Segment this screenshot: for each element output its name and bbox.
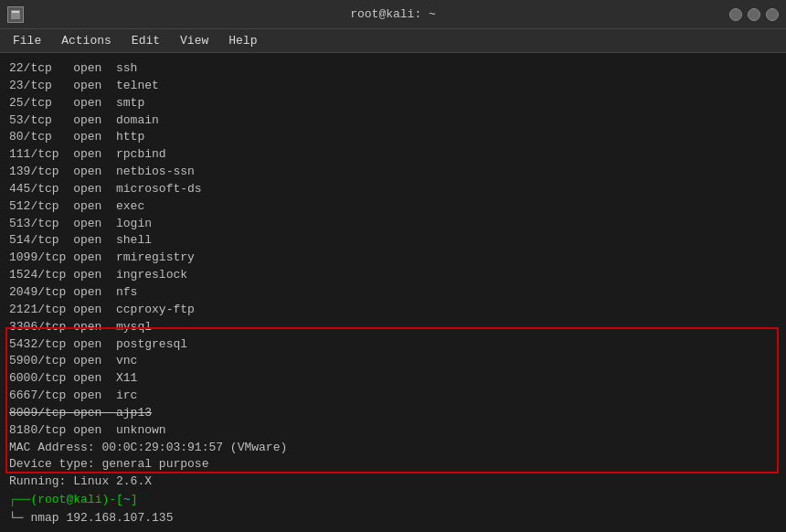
window-controls (729, 8, 779, 21)
prompt-command-line: └─ nmap 192.168.107.135 (9, 509, 777, 527)
menu-edit[interactable]: Edit (122, 32, 169, 49)
app-icon (7, 6, 24, 23)
prompt-area: ┌──(root@kali)-[~] └─ nmap 192.168.107.1… (0, 487, 786, 532)
minimize-button[interactable] (729, 8, 742, 21)
prompt-line: ┌──(root@kali)-[~] (9, 491, 777, 509)
close-button[interactable] (766, 8, 779, 21)
menu-file[interactable]: File (4, 32, 50, 49)
titlebar: root@kali: ~ (0, 0, 786, 29)
menu-help[interactable]: Help (219, 32, 266, 49)
svg-rect-1 (12, 11, 19, 13)
prompt-username: root@kali (37, 493, 101, 506)
maximize-button[interactable] (748, 8, 760, 21)
prompt-dir-close: ] (131, 493, 138, 506)
prompt-command-text: nmap 192.168.107.135 (30, 511, 173, 525)
prompt-open-bracket: ┌──( (9, 493, 37, 506)
prompt-arrow: └─ (9, 511, 30, 525)
terminal-output: 22/tcp open ssh 23/tcp open telnet 25/tc… (9, 60, 777, 532)
menu-actions[interactable]: Actions (52, 32, 121, 49)
prompt-close-bracket: )-[ (101, 493, 122, 506)
window-title: root@kali: ~ (350, 7, 436, 21)
terminal[interactable]: 22/tcp open ssh 23/tcp open telnet 25/tc… (0, 53, 786, 532)
menu-view[interactable]: View (171, 32, 218, 49)
titlebar-left (7, 6, 31, 23)
prompt-directory: ~ (123, 493, 131, 506)
menubar: File Actions Edit View Help (0, 29, 786, 53)
